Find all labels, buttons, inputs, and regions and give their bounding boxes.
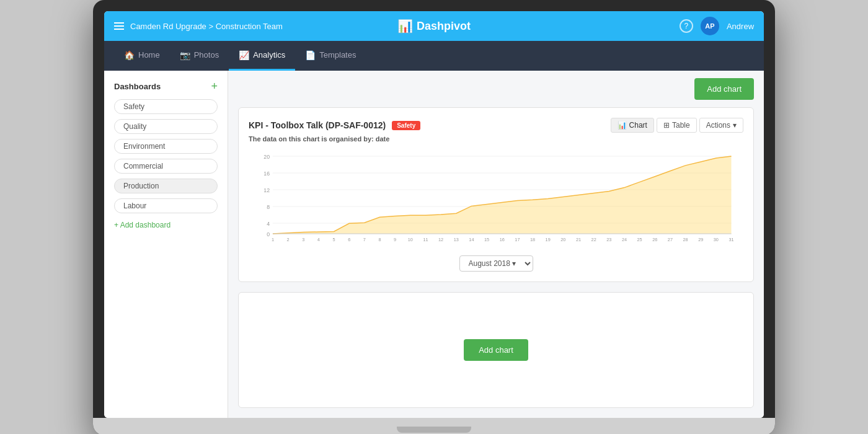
svg-text:0: 0 [267, 231, 270, 237]
svg-text:2: 2 [287, 237, 290, 242]
svg-text:28: 28 [683, 237, 688, 242]
safety-badge: Safety [392, 121, 420, 130]
sidebar-items: Safety Quality Environment Commercial Pr… [104, 99, 228, 213]
svg-text:5: 5 [333, 237, 335, 242]
photos-icon: 📷 [180, 50, 190, 60]
top-bar-left: Camden Rd Upgrade > Construction Team [114, 22, 397, 31]
chart-svg: 20 16 12 8 4 0 1234567891011121314151617… [249, 150, 743, 249]
chart-icon: 📊 [618, 121, 627, 130]
nav-item-templates[interactable]: 📄 Templates [295, 41, 366, 71]
content-header: Add chart [228, 71, 764, 107]
svg-text:3: 3 [302, 237, 304, 242]
nav-label-home: Home [138, 50, 160, 60]
table-icon: ⊞ [663, 121, 670, 130]
avatar: AP [701, 17, 719, 35]
svg-text:12: 12 [264, 187, 270, 193]
chart-area: 20 16 12 8 4 0 1234567891011121314151617… [249, 150, 743, 249]
sidebar-header: Dashboards + [104, 81, 228, 99]
svg-text:7: 7 [363, 237, 366, 242]
chart-header: KPI - Toolbox Talk (DP-SAF-0012) Safety … [249, 118, 743, 133]
svg-text:19: 19 [546, 237, 551, 242]
sidebar-item-quality[interactable]: Quality [114, 119, 218, 134]
svg-text:8: 8 [378, 237, 381, 242]
sidebar-item-labour[interactable]: Labour [114, 198, 218, 213]
nav-bar: 🏠 Home 📷 Photos 📈 Analytics 📄 Templates [104, 41, 764, 71]
svg-text:4: 4 [267, 221, 270, 227]
svg-text:29: 29 [698, 237, 703, 242]
svg-text:8: 8 [267, 204, 270, 210]
svg-text:6: 6 [348, 237, 350, 242]
add-chart-button[interactable]: Add chart [694, 78, 754, 100]
table-view-button[interactable]: ⊞ Table [657, 118, 697, 133]
svg-text:20: 20 [560, 237, 565, 242]
analytics-icon: 📈 [239, 50, 249, 60]
add-dashboard-label: + Add dashboard [114, 221, 170, 229]
svg-text:10: 10 [408, 237, 413, 242]
chevron-down-icon: ▾ [733, 121, 737, 130]
add-chart-center-button[interactable]: Add chart [464, 339, 528, 361]
brand-icon: 📊 [397, 19, 413, 33]
breadcrumb: Camden Rd Upgrade > Construction Team [130, 22, 283, 31]
sidebar-item-production[interactable]: Production [114, 179, 218, 193]
svg-text:21: 21 [576, 237, 581, 242]
actions-label: Actions [706, 121, 730, 130]
main-layout: Dashboards + Safety Quality Environment … [104, 71, 764, 418]
laptop-screen: Camden Rd Upgrade > Construction Team 📊 … [104, 11, 764, 418]
table-view-label: Table [672, 121, 690, 130]
svg-text:4: 4 [317, 237, 320, 242]
svg-text:30: 30 [714, 237, 719, 242]
nav-item-home[interactable]: 🏠 Home [114, 41, 170, 71]
svg-text:27: 27 [668, 237, 673, 242]
chart-view-label: Chart [629, 121, 647, 130]
month-selector[interactable]: August 2018 ▾ [459, 255, 533, 272]
laptop-base [93, 418, 775, 434]
brand: 📊 Dashpivot [397, 19, 471, 33]
top-bar-right: ? AP Andrew [471, 17, 754, 35]
home-icon: 🏠 [124, 50, 135, 60]
sidebar: Dashboards + Safety Quality Environment … [104, 71, 228, 418]
empty-chart-card: Add chart [238, 292, 754, 408]
svg-text:11: 11 [423, 237, 428, 242]
add-dashboard-button[interactable]: + Add dashboard [104, 216, 228, 234]
nav-item-analytics[interactable]: 📈 Analytics [229, 41, 295, 71]
chart-controls: 📊 Chart ⊞ Table Actions ▾ [611, 118, 743, 133]
svg-text:9: 9 [394, 237, 396, 242]
actions-button[interactable]: Actions ▾ [699, 118, 743, 133]
svg-text:26: 26 [652, 237, 657, 242]
subtitle-prefix: The data on this chart is organised by: [249, 135, 374, 143]
subtitle-key: date [376, 135, 390, 143]
templates-icon: 📄 [305, 50, 316, 60]
chart-footer: August 2018 ▾ [249, 255, 743, 272]
sidebar-item-commercial[interactable]: Commercial [114, 159, 218, 174]
laptop-notch [397, 427, 471, 433]
hamburger-menu[interactable] [114, 22, 124, 30]
nav-label-analytics: Analytics [253, 50, 285, 60]
sidebar-item-safety[interactable]: Safety [114, 99, 218, 114]
sidebar-title: Dashboards [114, 82, 161, 91]
svg-text:12: 12 [438, 237, 443, 242]
svg-text:31: 31 [728, 237, 733, 242]
svg-text:14: 14 [469, 237, 474, 242]
content-area: Add chart KPI - Toolbox Talk (DP-SAF-001… [228, 71, 764, 418]
chart-title-left: KPI - Toolbox Talk (DP-SAF-0012) Safety [249, 120, 420, 130]
svg-text:23: 23 [606, 237, 611, 242]
svg-text:25: 25 [637, 237, 642, 242]
svg-text:16: 16 [500, 237, 505, 242]
chart-view-button[interactable]: 📊 Chart [611, 118, 654, 133]
brand-name: Dashpivot [417, 20, 471, 33]
svg-text:16: 16 [264, 170, 270, 177]
sidebar-item-environment[interactable]: Environment [114, 139, 218, 154]
chart-subtitle: The data on this chart is organised by: … [249, 135, 743, 143]
help-button[interactable]: ? [680, 19, 693, 33]
svg-text:18: 18 [530, 237, 535, 242]
svg-text:1: 1 [272, 237, 274, 242]
chart-card: KPI - Toolbox Talk (DP-SAF-0012) Safety … [238, 107, 754, 282]
nav-label-templates: Templates [319, 50, 356, 60]
svg-text:22: 22 [591, 237, 596, 242]
svg-text:13: 13 [454, 237, 459, 242]
chart-title: KPI - Toolbox Talk (DP-SAF-0012) [249, 120, 386, 130]
svg-text:20: 20 [264, 154, 270, 160]
nav-item-photos[interactable]: 📷 Photos [170, 41, 229, 71]
sidebar-add-button[interactable]: + [211, 81, 218, 92]
svg-text:15: 15 [484, 237, 489, 242]
